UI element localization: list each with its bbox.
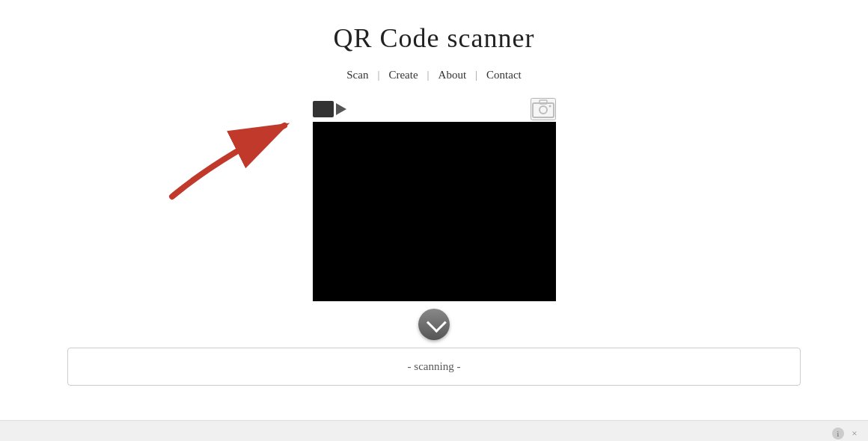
svg-point-3 [548,105,551,108]
nav-item-contact[interactable]: Contact [477,69,531,81]
nav-item-create[interactable]: Create [379,69,427,81]
scan-result-box: - scanning - [67,348,801,386]
camera-toolbar [313,98,556,120]
svg-point-1 [540,106,547,114]
camera-upload-button[interactable] [531,98,556,120]
video-camera-icon [313,101,346,117]
ad-close-area: i × [832,428,861,440]
video-triangle [336,103,346,115]
page-title: QR Code scanner [334,22,535,54]
video-viewport [313,122,556,301]
ad-info-icon[interactable]: i [832,428,844,440]
scanner-wrapper: - scanning - [67,98,801,386]
nav-item-scan[interactable]: Scan [337,69,377,81]
nav-item-about[interactable]: About [430,69,476,81]
bottom-ad-bar: i × [0,420,868,441]
camera-icon [532,99,554,119]
arrow-overlay [157,114,307,204]
video-rect [313,101,334,117]
page-container: QR Code scanner Scan | Create | About | … [0,0,868,386]
nav-bar: Scan | Create | About | Contact [337,69,531,81]
chevron-down-button[interactable] [418,309,450,340]
ad-close-icon[interactable]: × [849,428,861,440]
svg-rect-2 [540,100,547,104]
